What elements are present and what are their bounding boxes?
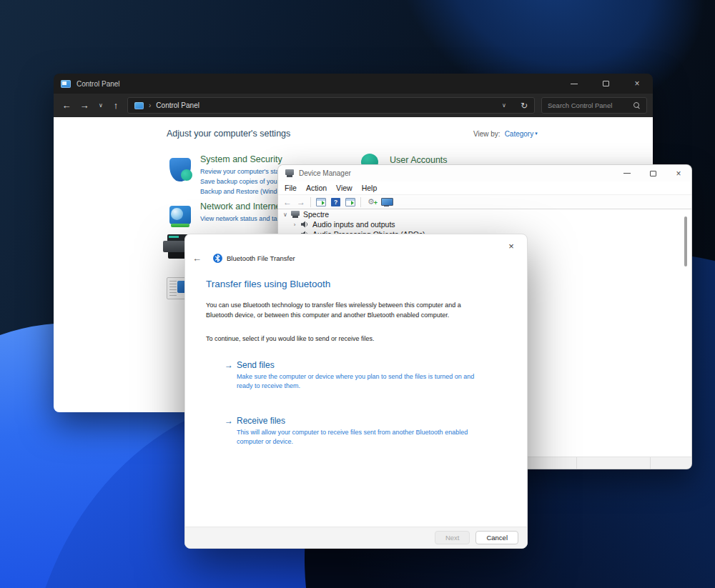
search-box[interactable] (541, 97, 647, 114)
bluetooth-icon (213, 254, 222, 263)
properties-icon[interactable] (316, 198, 326, 206)
bluetooth-file-transfer-dialog: × ← Bluetooth File Transfer Transfer fil… (184, 234, 528, 549)
close-icon[interactable]: × (504, 239, 518, 253)
category-system-security[interactable]: System and Security (200, 154, 282, 164)
toolbar-back-icon[interactable]: ← (283, 197, 292, 207)
breadcrumb[interactable]: Control Panel (156, 101, 199, 109)
toolbar: ← → ? ⚙ (278, 195, 691, 209)
tree-item-computer[interactable]: ∨ Spectre (278, 209, 681, 219)
chevron-collapsed-icon[interactable]: › (291, 221, 298, 228)
address-dropdown-icon[interactable]: ∨ (499, 102, 509, 109)
dialog-footer: Next Cancel (185, 527, 527, 548)
toolbar-separator (360, 197, 361, 207)
scrollbar[interactable] (682, 211, 689, 455)
control-panel-titlebar[interactable]: Control Panel × (54, 74, 653, 94)
breadcrumb-chevron-icon: › (149, 101, 151, 109)
back-button[interactable]: ← (59, 94, 74, 117)
window-title: Control Panel (77, 80, 120, 88)
arrow-icon: → (225, 360, 237, 391)
computer-icon (291, 211, 300, 218)
tree-item-audio-inputs[interactable]: › Audio inputs and outputs (278, 219, 681, 229)
tree-label[interactable]: Spectre (303, 210, 329, 219)
toolbar-forward-icon[interactable]: → (297, 197, 305, 207)
chevron-expanded-icon[interactable]: ∨ (282, 211, 289, 218)
back-icon[interactable]: ← (192, 253, 204, 264)
intro-text: You can use Bluetooth technology to tran… (206, 300, 488, 320)
scrollbar-thumb[interactable] (684, 216, 687, 266)
search-icon (633, 102, 641, 109)
maximize-button[interactable] (590, 74, 621, 94)
prompt-text: To continue, select if you would like to… (206, 334, 488, 344)
search-input[interactable] (548, 101, 633, 109)
desktop: Control Panel × ← → ∨ ↑ › Control Panel … (0, 0, 715, 588)
show-console-tree-icon[interactable] (345, 198, 355, 206)
system-security-icon[interactable] (169, 158, 191, 181)
network-internet-links: View network status and tasks (200, 214, 287, 224)
toolbar-separator (310, 197, 311, 207)
arrow-icon: → (225, 416, 237, 447)
receive-files-option[interactable]: → Receive files This will allow your com… (225, 416, 478, 447)
network-internet-icon[interactable] (169, 206, 191, 227)
tree-label[interactable]: Audio inputs and outputs (312, 220, 395, 229)
dialog-heading: Transfer files using Bluetooth (206, 279, 330, 289)
send-files-description: Make sure the computer or device where y… (237, 372, 478, 391)
minimize-button[interactable] (558, 74, 590, 94)
category-network-internet[interactable]: Network and Internet (200, 201, 283, 211)
next-button[interactable]: Next (435, 531, 470, 544)
refresh-icon[interactable]: ↻ (521, 101, 528, 111)
control-panel-icon (134, 102, 144, 109)
send-files-title[interactable]: Send files (237, 360, 478, 370)
help-icon[interactable]: ? (331, 198, 340, 206)
cancel-button[interactable]: Cancel (475, 531, 518, 544)
menu-help[interactable]: Help (362, 184, 378, 192)
device-manager-icon (285, 169, 294, 177)
view-by-label: View by: (473, 130, 500, 138)
speaker-icon (300, 221, 309, 228)
menu-action[interactable]: Action (306, 184, 327, 192)
close-button[interactable]: × (666, 165, 691, 181)
navigation-bar: ← → ∨ ↑ › Control Panel ∨ ↻ (54, 94, 653, 117)
category-user-accounts[interactable]: User Accounts (390, 155, 448, 165)
address-bar[interactable]: › Control Panel ∨ ↻ (127, 97, 535, 114)
menu-bar: File Action View Help (278, 181, 691, 195)
dialog-title: Bluetooth File Transfer (227, 254, 295, 262)
menu-file[interactable]: File (285, 184, 297, 192)
control-panel-icon (61, 80, 71, 88)
window-title: Device Manager (299, 169, 351, 177)
forward-button[interactable]: → (77, 94, 92, 117)
view-by-value[interactable]: Category (505, 130, 534, 138)
minimize-button[interactable] (614, 165, 640, 181)
device-manager-titlebar[interactable]: Device Manager × (278, 165, 691, 181)
update-driver-icon[interactable] (381, 198, 392, 206)
view-by-control: View by:Category▾ (473, 130, 538, 138)
up-button[interactable]: ↑ (109, 94, 123, 117)
dropdown-caret-icon[interactable]: ▾ (535, 131, 538, 136)
close-button[interactable]: × (621, 74, 653, 94)
send-files-option[interactable]: → Send files Make sure the computer or d… (225, 360, 478, 391)
maximize-button[interactable] (640, 165, 666, 181)
dialog-header: ← Bluetooth File Transfer (192, 253, 295, 264)
receive-files-title[interactable]: Receive files (237, 416, 478, 426)
link-network-status[interactable]: View network status and tasks (200, 214, 287, 224)
page-title: Adjust your computer's settings (167, 129, 290, 139)
menu-view[interactable]: View (336, 184, 352, 192)
recent-pages-chevron[interactable]: ∨ (94, 94, 108, 117)
scan-hardware-changes-icon[interactable]: ⚙ (366, 197, 376, 206)
receive-files-description: This will allow your computer to receive… (237, 428, 478, 447)
